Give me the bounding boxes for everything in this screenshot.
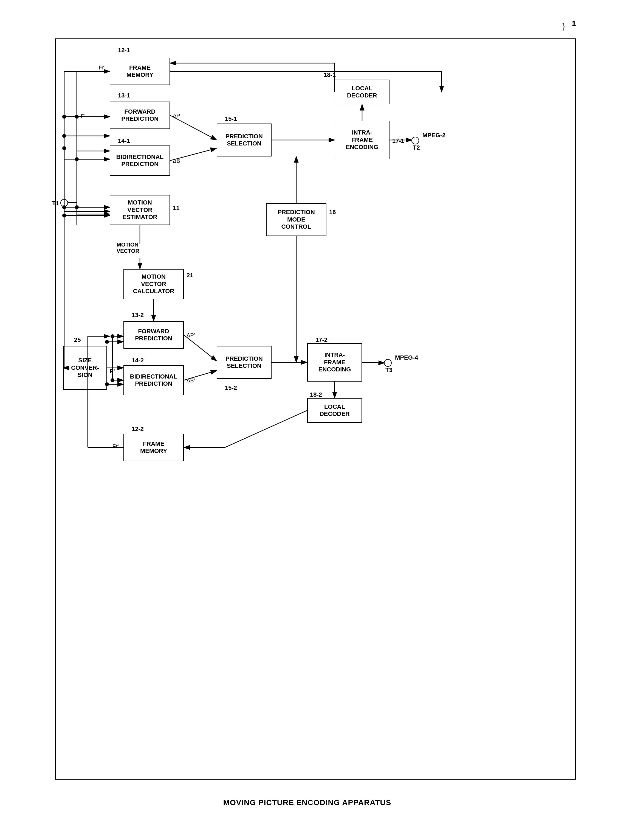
t2-label: T2 [413, 144, 420, 151]
main-ref-curly: } [563, 22, 565, 31]
prediction-sel-2-label: PREDICTIONSELECTION [226, 355, 263, 370]
motion-vector-signal: MOTIONVECTOR [117, 242, 139, 254]
prediction-sel-2-block: PREDICTIONSELECTION [217, 346, 271, 379]
frame-memory-1-label: FRAMEMEMORY [126, 64, 153, 79]
bidirectional-1-ref: 14-1 [118, 137, 130, 144]
intra-frame-1-label: INTRA-FRAMEENCODING [346, 129, 379, 151]
prediction-sel-1-block: PREDICTIONSELECTION [217, 123, 271, 156]
fp-label: F' [110, 368, 115, 375]
forward-pred-1-ref: 13-1 [118, 92, 130, 99]
diagram-title: MOVING PICTURE ENCODING APPARATUS [223, 798, 391, 807]
bidirectional-2-block: BIDIRECTIONALPREDICTION [123, 365, 184, 395]
intra-frame-1-ref: 17-1 [392, 137, 404, 144]
frame-memory-1-ref: 12-1 [118, 47, 130, 54]
fr-label: Fr [99, 64, 104, 71]
local-decoder-2-label: LOCALDECODER [320, 403, 350, 418]
local-decoder-1-label: LOCALDECODER [347, 85, 377, 99]
size-conversion-label: SIZECONVER-SION [71, 357, 99, 378]
t1-label: T1 [52, 200, 59, 207]
bidirectional-2-ref: 14-2 [132, 357, 144, 364]
forward-pred-1-label: FORWARDPREDICTION [121, 108, 159, 123]
prediction-mode-ref: 16 [329, 209, 336, 216]
motion-vector-est-label: MOTIONVECTORESTIMATOR [122, 199, 158, 221]
terminal-t2-circle [412, 137, 419, 144]
motion-vector-calc-block: MOTIONVECTORCALCULATOR [123, 269, 184, 299]
terminal-t3-circle [384, 359, 392, 367]
delta-p-label: ΔP [173, 112, 180, 119]
diagram-container: MOVING PICTURE ENCODING APPARATUS } 1 FR… [33, 17, 582, 813]
prediction-sel-1-ref: 15-1 [225, 115, 237, 122]
forward-pred-2-block: FORWARDPREDICTION [123, 321, 184, 349]
mpeg4-label: MPEG-4 [395, 354, 418, 361]
delta-pp-label: ΔP' [186, 332, 195, 339]
intra-frame-2-ref: 17-2 [315, 336, 327, 343]
intra-frame-2-block: INTRA-FRAMEENCODING [307, 343, 362, 381]
prediction-sel-2-ref: 15-2 [225, 384, 237, 392]
bidirectional-2-label: BIDIRECTIONALPREDICTION [130, 373, 177, 387]
delta-bp-label: ΔB' [186, 377, 195, 384]
local-decoder-2-block: LOCALDECODER [307, 398, 362, 423]
bidirectional-1-block: BIDIRECTIONALPREDICTION [110, 146, 170, 176]
bidirectional-1-label: BIDIRECTIONALPREDICTION [116, 153, 164, 168]
local-decoder-1-block: LOCALDECODER [335, 80, 389, 104]
size-conversion-ref: 25 [74, 336, 81, 343]
motion-vector-est-block: MOTIONVECTORESTIMATOR [110, 195, 170, 225]
motion-vector-est-ref: 11 [173, 205, 179, 212]
frame-memory-1-block: FRAMEMEMORY [110, 58, 170, 85]
prediction-sel-1-label: PREDICTIONSELECTION [226, 133, 263, 147]
frame-memory-2-ref: 12-2 [132, 425, 144, 433]
motion-vector-calc-ref: 21 [186, 272, 193, 279]
local-decoder-2-ref: 18-2 [310, 391, 322, 398]
forward-pred-1-block: FORWARDPREDICTION [110, 102, 170, 129]
prediction-mode-label: PREDICTIONMODECONTROL [277, 209, 315, 230]
frame-memory-2-block: FRAMEMEMORY [123, 434, 184, 461]
frame-memory-2-label: FRAMEMEMORY [140, 441, 167, 455]
forward-pred-2-label: FORWARDPREDICTION [135, 328, 172, 342]
t3-label: T3 [385, 366, 392, 374]
intra-frame-2-label: INTRA-FRAMEENCODING [318, 351, 351, 373]
forward-pred-2-ref: 13-2 [132, 311, 144, 319]
mpeg2-label: MPEG-2 [423, 132, 445, 139]
delta-b-label: ΔB [173, 158, 180, 164]
size-conversion-block: SIZECONVER-SION [63, 346, 107, 390]
local-decoder-1-ref: 18-1 [324, 71, 336, 79]
f-label: F [81, 112, 85, 120]
motion-vector-calc-label: MOTIONVECTORCALCULATOR [133, 273, 174, 295]
prediction-mode-block: PREDICTIONMODECONTROL [266, 203, 326, 236]
terminal-t1-circle [61, 199, 68, 207]
intra-frame-1-block: INTRA-FRAMEENCODING [335, 121, 389, 159]
frp-label: Fr' [112, 444, 119, 450]
main-ref-label: 1 [572, 19, 576, 28]
